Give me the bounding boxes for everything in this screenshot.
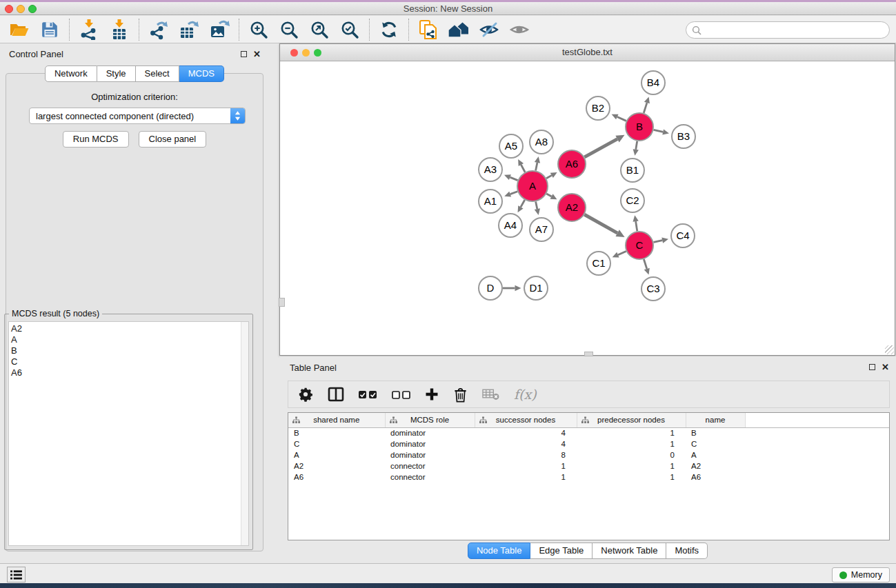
table-row[interactable]: Bdominator41B [288,427,889,438]
table-row[interactable]: A2connector11A2 [288,460,889,472]
gear-icon[interactable] [298,387,313,402]
save-session-icon[interactable] [39,19,61,41]
tab-node-table[interactable]: Node Table [468,543,531,559]
table-cell[interactable]: 1 [475,472,577,483]
table-cell[interactable]: A [686,449,745,460]
table-cell[interactable]: A6 [686,472,745,483]
table-cell[interactable]: connector [385,472,475,483]
table-cell[interactable]: connector [385,460,475,472]
column-browser-icon[interactable] [328,387,344,402]
graph-edge[interactable] [510,192,518,194]
task-history-button[interactable] [7,567,26,582]
graph-edge[interactable] [521,165,525,172]
table-cell[interactable]: A2 [288,460,385,472]
graph-edge[interactable] [536,202,537,210]
close-panel-icon[interactable]: ✕ [253,50,261,58]
table-cell[interactable]: 4 [475,427,577,438]
memory-button[interactable]: Memory [832,567,890,582]
column-header[interactable]: MCDS role [385,413,475,427]
close-table-panel-icon[interactable]: ✕ [882,363,889,371]
mcds-result-list[interactable]: A2ABCA6 [8,321,249,546]
network-canvas[interactable]: AA1A2A3A4A5A6A7A8BB1B2B3B4CC1C2C3C4DD1 [280,61,895,355]
tab-mcds[interactable]: MCDS [179,65,224,82]
tab-style[interactable]: Style [97,65,136,82]
graph-edge[interactable] [546,175,552,178]
table-row[interactable]: A6connector11A6 [288,472,889,483]
column-header[interactable]: shared name [288,413,385,427]
tab-network[interactable]: Network [45,65,97,82]
column-header[interactable]: name [686,413,745,427]
delete-column-icon[interactable] [453,387,468,403]
network-window-titlebar[interactable]: testGlobe.txt [280,44,895,61]
graph-edge[interactable] [584,214,617,233]
zoom-out-icon[interactable] [278,19,300,41]
table-cell[interactable]: 1 [475,460,577,472]
splitter-handle-bottom[interactable] [584,352,593,356]
run-mcds-button[interactable]: Run MCDS [63,131,129,148]
table-cell[interactable]: 1 [577,427,686,438]
float-table-panel-icon[interactable] [869,364,875,370]
graph-edge[interactable] [510,177,517,180]
tab-motifs[interactable]: Motifs [666,543,708,559]
graph-edge[interactable] [618,251,626,254]
select-all-icon[interactable] [359,390,377,399]
column-header[interactable]: predecessor nodes [577,413,686,427]
table-cell[interactable]: B [686,427,745,438]
graph-edge[interactable] [653,241,662,243]
zoom-in-icon[interactable] [248,19,270,41]
graph-edge[interactable] [644,103,647,113]
close-panel-button[interactable]: Close panel [139,131,207,148]
table-cell[interactable]: 4 [475,438,577,449]
table-cell[interactable]: 1 [577,472,686,483]
graph-edge[interactable] [636,141,637,150]
table-cell[interactable]: A6 [288,472,385,483]
graph-edge[interactable] [584,139,617,157]
table-cell[interactable]: 0 [577,449,686,460]
zoom-selected-icon[interactable] [339,19,361,41]
graph-edge[interactable] [644,259,646,269]
table-cell[interactable]: 8 [475,449,577,460]
column-header[interactable]: successor nodes [475,413,577,427]
open-session-icon[interactable] [8,19,30,41]
graph-edge[interactable] [636,221,637,231]
table-cell[interactable]: A [288,449,385,460]
add-column-icon[interactable] [425,387,439,401]
splitter-handle-left[interactable] [279,298,285,307]
graph-edge[interactable] [654,130,664,132]
table-cell[interactable]: A2 [686,460,745,472]
tab-edge-table[interactable]: Edge Table [530,543,593,559]
resize-grip-icon[interactable] [885,345,894,354]
clone-network-icon[interactable] [417,19,439,41]
table-cell[interactable]: 1 [577,438,686,449]
import-network-icon[interactable] [78,19,100,41]
export-image-icon[interactable] [208,19,230,41]
table-cell[interactable]: B [288,427,385,438]
table-cell[interactable]: 1 [577,460,686,472]
unselect-all-icon[interactable] [392,390,410,399]
graph-edge[interactable] [536,163,537,171]
export-network-icon[interactable] [148,19,170,41]
float-panel-icon[interactable] [241,51,247,57]
zoom-fit-icon[interactable] [308,19,330,41]
tab-select[interactable]: Select [136,65,179,82]
search-field[interactable] [686,21,890,39]
graph-edge[interactable] [521,200,525,207]
table-cell[interactable]: dominator [385,449,475,460]
table-cell[interactable]: C [686,438,745,449]
table-cell[interactable]: dominator [385,438,475,449]
table-row[interactable]: Adominator80A [288,449,889,460]
criterion-dropdown[interactable]: largest connected component (directed) [29,108,246,124]
refresh-layout-icon[interactable] [378,19,400,41]
table-row[interactable]: Cdominator41C [288,438,889,449]
export-table-icon[interactable] [178,19,200,41]
hide-details-icon[interactable] [478,19,500,41]
tab-network-table[interactable]: Network Table [593,543,666,559]
show-details-icon[interactable] [508,19,530,41]
graph-edge[interactable] [617,117,626,121]
table-cell[interactable]: dominator [385,427,475,438]
graph-edge[interactable] [546,194,551,196]
home-icon[interactable] [448,19,470,41]
search-input[interactable] [705,25,889,35]
result-scrollbar[interactable] [241,322,248,545]
table-cell[interactable]: C [288,438,385,449]
